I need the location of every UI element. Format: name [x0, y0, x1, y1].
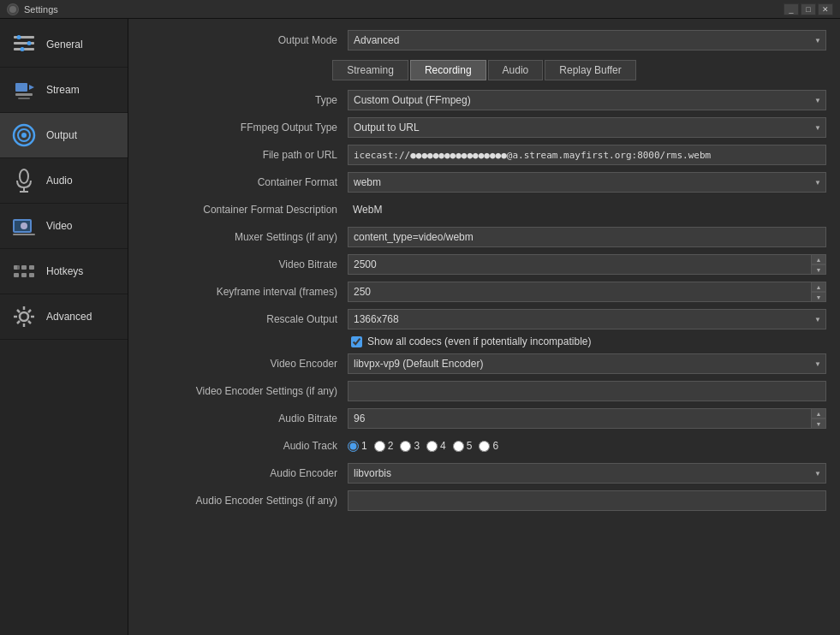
video-bitrate-label: Video Bitrate [142, 258, 348, 270]
sidebar-item-general[interactable]: General [0, 22, 128, 68]
muxer-settings-input[interactable] [348, 227, 826, 247]
app-icon [7, 3, 19, 15]
sidebar: General Stream Output [0, 19, 128, 635]
tabs-row: Streaming Recording Audio Replay Buffer [142, 60, 826, 80]
window-controls[interactable]: _ □ ✕ [783, 3, 833, 15]
audio-track-radio-5[interactable] [453, 441, 464, 452]
audio-track-4[interactable]: 4 [426, 440, 446, 452]
audio-bitrate-up[interactable]: ▲ [811, 408, 826, 418]
container-format-select[interactable]: webm [348, 172, 826, 193]
rescale-output-select[interactable]: 1366x768 [348, 309, 826, 329]
sidebar-item-advanced[interactable]: Advanced [0, 294, 128, 340]
svg-rect-8 [15, 83, 27, 92]
title-bar: Settings _ □ ✕ [0, 0, 840, 19]
audio-encoder-settings-row: Audio Encoder Settings (if any) [142, 490, 826, 512]
keyframe-interval-up[interactable]: ▲ [811, 282, 826, 292]
audio-track-label: Audio Track [142, 440, 348, 452]
audio-track-radio-3[interactable] [400, 441, 411, 452]
muxer-settings-row: Muxer Settings (if any) [142, 226, 826, 248]
sidebar-item-output[interactable]: Output [0, 113, 128, 158]
audio-encoder-row: Audio Encoder libvorbis [142, 462, 826, 484]
type-row: Type Custom Output (FFmpeg) [142, 89, 826, 111]
tab-replay-buffer[interactable]: Replay Buffer [545, 60, 636, 80]
stream-icon [10, 76, 38, 104]
video-encoder-wrapper[interactable]: libvpx-vp9 (Default Encoder) [348, 353, 826, 374]
ffmpeg-output-type-select[interactable]: Output to URL [348, 117, 826, 138]
audio-track-label-4: 4 [440, 440, 446, 452]
container-format-row: Container Format webm [142, 171, 826, 193]
video-bitrate-up[interactable]: ▲ [811, 254, 826, 264]
svg-rect-26 [21, 273, 27, 277]
svg-point-15 [20, 169, 28, 183]
svg-point-29 [20, 312, 28, 321]
sidebar-label-video: Video [46, 220, 72, 232]
output-mode-label: Output Mode [142, 34, 348, 46]
tab-audio[interactable]: Audio [488, 60, 544, 80]
video-icon [10, 212, 38, 240]
audio-encoder-select[interactable]: libvorbis [348, 463, 826, 484]
audio-track-label-1: 1 [361, 440, 367, 452]
keyframe-interval-spinners: ▲ ▼ [811, 282, 826, 302]
svg-point-6 [27, 41, 32, 45]
audio-bitrate-down[interactable]: ▼ [811, 418, 826, 429]
ffmpeg-output-type-wrapper[interactable]: Output to URL [348, 117, 826, 138]
output-mode-select[interactable]: Advanced [348, 30, 826, 50]
audio-track-radio-4[interactable] [426, 441, 438, 452]
video-bitrate-wrapper: ▲ ▼ [348, 254, 826, 275]
type-select-wrapper[interactable]: Custom Output (FFmpeg) [348, 90, 826, 110]
video-bitrate-input[interactable] [348, 254, 826, 275]
svg-point-5 [17, 35, 21, 39]
svg-marker-9 [29, 85, 34, 90]
sidebar-item-stream[interactable]: Stream [0, 68, 128, 113]
tab-recording[interactable]: Recording [410, 60, 486, 80]
audio-bitrate-input[interactable] [348, 408, 826, 429]
audio-track-radio-6[interactable] [479, 441, 490, 452]
audio-bitrate-row: Audio Bitrate ▲ ▼ [142, 407, 826, 430]
content-area: Output Mode Advanced Streaming Recording… [128, 19, 840, 635]
audio-track-radio-1[interactable] [348, 441, 359, 452]
output-icon [10, 122, 38, 149]
video-bitrate-row: Video Bitrate ▲ ▼ [142, 253, 826, 276]
sidebar-label-hotkeys: Hotkeys [46, 265, 83, 277]
rescale-output-wrapper[interactable]: 1366x768 [348, 309, 826, 329]
audio-track-5[interactable]: 5 [453, 440, 473, 452]
svg-line-35 [28, 321, 31, 323]
audio-encoder-settings-input[interactable] [348, 490, 826, 511]
audio-track-3[interactable]: 3 [400, 440, 420, 452]
audio-encoder-wrapper[interactable]: libvorbis [348, 463, 826, 484]
keyframe-interval-input[interactable] [348, 282, 826, 302]
sidebar-item-audio[interactable]: Audio [0, 158, 128, 204]
type-label: Type [142, 94, 348, 106]
audio-track-row: Audio Track 1 2 3 4 [142, 435, 826, 457]
video-bitrate-down[interactable]: ▼ [811, 264, 826, 275]
output-mode-select-wrapper[interactable]: Advanced [348, 30, 826, 50]
audio-encoder-settings-label: Audio Encoder Settings (if any) [142, 495, 348, 507]
show-all-codecs-label: Show all codecs (even if potentially inc… [367, 335, 591, 347]
minimize-button[interactable]: _ [783, 3, 799, 15]
svg-rect-11 [18, 98, 30, 99]
show-all-codecs-checkbox[interactable] [351, 336, 362, 347]
audio-track-radio-2[interactable] [374, 441, 385, 452]
audio-track-6[interactable]: 6 [479, 440, 498, 452]
video-encoder-settings-row: Video Encoder Settings (if any) [142, 380, 826, 402]
file-path-row: File path or URL [142, 144, 826, 166]
tab-streaming[interactable]: Streaming [332, 60, 408, 80]
close-button[interactable]: ✕ [818, 3, 833, 15]
video-encoder-select[interactable]: libvpx-vp9 (Default Encoder) [348, 353, 826, 374]
maximize-button[interactable]: □ [801, 3, 816, 15]
keyframe-interval-row: Keyframe interval (frames) ▲ ▼ [142, 281, 826, 303]
svg-point-21 [21, 223, 27, 229]
sidebar-item-hotkeys[interactable]: Hotkeys [0, 249, 128, 294]
type-select[interactable]: Custom Output (FFmpeg) [348, 90, 826, 110]
audio-track-2[interactable]: 2 [374, 440, 394, 452]
keyframe-interval-down[interactable]: ▼ [811, 292, 826, 302]
file-path-input[interactable] [348, 145, 826, 165]
sidebar-label-output: Output [46, 129, 77, 141]
audio-track-1[interactable]: 1 [348, 440, 367, 452]
svg-rect-27 [29, 273, 34, 277]
container-format-wrapper[interactable]: webm [348, 172, 826, 193]
svg-point-7 [21, 47, 25, 51]
video-encoder-settings-input[interactable] [348, 381, 826, 401]
sidebar-item-video[interactable]: Video [0, 204, 128, 249]
hotkeys-icon [10, 258, 38, 285]
